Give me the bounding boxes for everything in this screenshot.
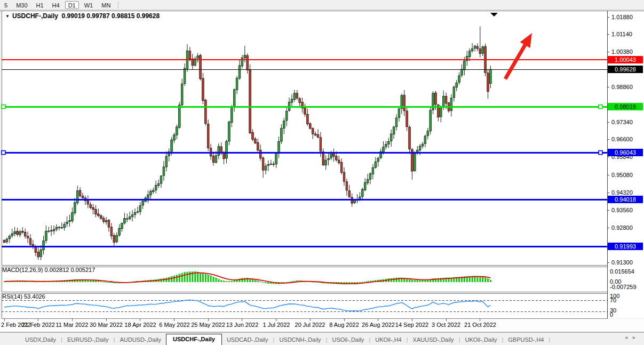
symbol-tab-bar: USDX,Daily|EURUSD-,Daily|AUDUSD-,DailyUS… [0,332,644,345]
timeframe-button-W1[interactable]: W1 [81,1,97,9]
timeframe-button-MN[interactable]: MN [98,1,114,9]
chart-canvas[interactable] [0,0,644,345]
mt4-window: 5M30H1H4D1W1MN ▼USDCHF-,Daily 0.99019 0.… [0,0,644,345]
symbol-tab-UKOil-H4[interactable]: UKOil-,H4 [370,335,407,345]
timeframe-button-D1[interactable]: D1 [65,1,79,9]
symbol-tab-USDCAD-Daily[interactable]: USDCAD-,Daily [222,335,273,345]
timeframe-toolbar: 5M30H1H4D1W1MN [0,0,644,10]
symbol-tab-USDCHF-Daily[interactable]: USDCHF-,Daily [166,334,222,345]
timeframe-button-H4[interactable]: H4 [49,1,63,9]
symbol-tab-EURUSD-Daily[interactable]: EURUSD-,Daily [62,335,114,345]
timeframe-button-H1[interactable]: H1 [33,1,47,9]
symbol-tab-XAUUSD-Daily[interactable]: XAUUSD-,Daily [408,335,459,345]
line-handle-left-0.98019[interactable] [2,105,5,109]
symbol-tab-AUDUSD-Daily[interactable]: AUDUSD-,Daily [115,335,166,345]
line-handle-left-0.96043[interactable] [2,151,5,155]
symbol-tab-UKOil-Daily[interactable]: UKOil-,Daily [460,335,502,345]
symbol-tab-USOil-Daily[interactable]: USOil-,Daily [327,335,369,345]
timeframe-button-5[interactable]: 5 [1,1,11,9]
symbol-tab-USDCNH-Daily[interactable]: USDCNH-,Daily [274,335,325,345]
symbol-tab-USDX-Daily[interactable]: USDX,Daily [20,335,61,345]
line-handle-right-0.98019[interactable] [599,105,602,109]
symbol-tab-GBPUSD-H4[interactable]: GBPUSD-,H4 [503,335,548,345]
tab-scroll-right-icon[interactable]: ▸ [633,334,641,340]
line-handle-right-0.96043[interactable] [599,151,602,155]
toolbar-separator [118,2,118,9]
tab-scroll-controls: ◂▸ [625,334,641,340]
tab-scroll-left-icon[interactable]: ◂ [625,334,633,340]
tab-separator: | [549,335,551,345]
timeframe-button-M30[interactable]: M30 [13,1,30,9]
